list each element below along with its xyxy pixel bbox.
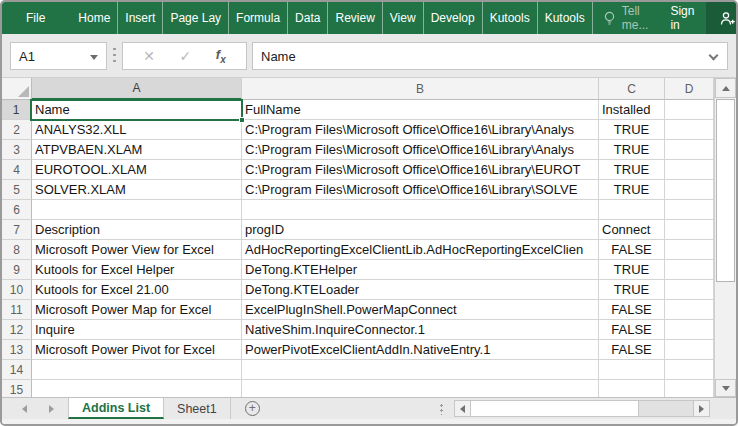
cell-D2[interactable] [665, 120, 714, 140]
sheet-tab-addins-list[interactable]: Addins List [68, 398, 164, 419]
sheet-tab-sheet1[interactable]: Sheet1 [164, 398, 231, 419]
cell-B7[interactable]: progID [242, 220, 599, 240]
cell-D3[interactable] [665, 140, 714, 160]
cell-B11[interactable]: ExcelPlugInShell.PowerMapConnect [242, 300, 599, 320]
cell-A4[interactable]: EUROTOOL.XLAM [32, 160, 242, 180]
cell-A14[interactable] [32, 360, 242, 380]
row-header-5[interactable]: 5 [2, 180, 32, 200]
next-sheet-icon[interactable] [49, 405, 54, 413]
tell-me-button[interactable]: Tell me... [593, 2, 659, 34]
scroll-left-button[interactable] [455, 401, 471, 416]
cell-A9[interactable]: Kutools for Excel Helper [32, 260, 242, 280]
cell-D1[interactable] [665, 100, 714, 120]
row-header-15[interactable]: 15 [2, 380, 32, 397]
ribbon-tab-kutools-2[interactable]: Kutools [538, 2, 593, 34]
row-header-4[interactable]: 4 [2, 160, 32, 180]
vertical-scroll-track[interactable] [715, 283, 736, 379]
cell-A3[interactable]: ATPVBAEN.XLAM [32, 140, 242, 160]
row-header-1[interactable]: 1 [2, 100, 32, 120]
row-header-13[interactable]: 13 [2, 340, 32, 360]
row-header-9[interactable]: 9 [2, 260, 32, 280]
cell-C7[interactable]: Connect [599, 220, 665, 240]
separator-dots-icon[interactable] [113, 46, 116, 66]
cell-B2[interactable]: C:\Program Files\Microsoft Office\Office… [242, 120, 599, 140]
cell-C14[interactable] [599, 360, 665, 380]
select-all-button[interactable] [2, 78, 32, 100]
cell-D8[interactable] [665, 240, 714, 260]
row-header-11[interactable]: 11 [2, 300, 32, 320]
row-header-2[interactable]: 2 [2, 120, 32, 140]
column-header-D[interactable]: D [665, 78, 714, 100]
ribbon-tab-develop[interactable]: Develop [424, 2, 483, 34]
ribbon-tab-formula[interactable]: Formula [229, 2, 288, 34]
cell-D12[interactable] [665, 320, 714, 340]
ribbon-tab-insert[interactable]: Insert [118, 2, 163, 34]
cell-C8[interactable]: FALSE [599, 240, 665, 260]
cell-D7[interactable] [665, 220, 714, 240]
cell-B6[interactable] [242, 200, 599, 220]
cell-C13[interactable]: FALSE [599, 340, 665, 360]
ribbon-tab-page-lay[interactable]: Page Lay [163, 2, 229, 34]
cell-B10[interactable]: DeTong.KTELoader [242, 280, 599, 300]
cell-D4[interactable] [665, 160, 714, 180]
insert-function-icon[interactable]: fx [216, 47, 226, 65]
cell-D15[interactable] [665, 380, 714, 397]
sign-in-button[interactable]: Sign in [658, 2, 706, 34]
cell-A10[interactable]: Kutools for Excel 21.00 [32, 280, 242, 300]
cell-C6[interactable] [599, 200, 665, 220]
ribbon-tab-view[interactable]: View [383, 2, 424, 34]
scroll-down-button[interactable] [715, 379, 736, 397]
vertical-scrollbar[interactable] [714, 78, 736, 397]
column-header-B[interactable]: B [242, 78, 599, 100]
ribbon-tab-home[interactable]: Home [71, 2, 118, 34]
cell-D13[interactable] [665, 340, 714, 360]
cell-C1[interactable]: Installed [599, 100, 665, 120]
row-header-6[interactable]: 6 [2, 200, 32, 220]
cell-A8[interactable]: Microsoft Power View for Excel [32, 240, 242, 260]
new-sheet-button[interactable]: + [245, 398, 260, 419]
cell-A5[interactable]: SOLVER.XLAM [32, 180, 242, 200]
cell-A1[interactable]: Name [32, 100, 242, 120]
cell-A13[interactable]: Microsoft Power Pivot for Excel [32, 340, 242, 360]
vertical-scroll-thumb[interactable] [716, 99, 735, 282]
cell-A6[interactable] [32, 200, 242, 220]
row-header-7[interactable]: 7 [2, 220, 32, 240]
enter-icon[interactable]: ✓ [180, 48, 192, 64]
prev-sheet-icon[interactable] [22, 405, 27, 413]
row-header-14[interactable]: 14 [2, 360, 32, 380]
cell-C3[interactable]: TRUE [599, 140, 665, 160]
scroll-up-button[interactable] [715, 78, 736, 98]
cell-B15[interactable] [242, 380, 599, 397]
row-header-10[interactable]: 10 [2, 280, 32, 300]
cell-D5[interactable] [665, 180, 714, 200]
cell-B8[interactable]: AdHocReportingExcelClientLib.AdHocReport… [242, 240, 599, 260]
cell-D11[interactable] [665, 300, 714, 320]
name-box-dropdown-icon[interactable] [90, 55, 98, 60]
cell-A15[interactable] [32, 380, 242, 397]
cell-B3[interactable]: C:\Program Files\Microsoft Office\Office… [242, 140, 599, 160]
row-header-12[interactable]: 12 [2, 320, 32, 340]
cell-D9[interactable] [665, 260, 714, 280]
ribbon-tab-data[interactable]: Data [288, 2, 328, 34]
cell-B13[interactable]: PowerPivotExcelClientAddIn.NativeEntry.1 [242, 340, 599, 360]
cell-B5[interactable]: C:\Program Files\Microsoft Office\Office… [242, 180, 599, 200]
row-header-3[interactable]: 3 [2, 140, 32, 160]
cell-A7[interactable]: Description [32, 220, 242, 240]
horizontal-scrollbar[interactable] [454, 400, 710, 417]
ribbon-tab-file[interactable]: File [16, 2, 55, 34]
tab-splitter-dots-icon[interactable] [440, 403, 443, 415]
ribbon-tab-kutools[interactable]: Kutools [483, 2, 538, 34]
cancel-icon[interactable]: ✕ [143, 48, 155, 64]
cell-C9[interactable]: TRUE [599, 260, 665, 280]
column-header-A[interactable]: A [32, 78, 242, 100]
cell-C11[interactable]: FALSE [599, 300, 665, 320]
formula-bar-expand-icon[interactable] [709, 51, 719, 61]
cell-C4[interactable]: TRUE [599, 160, 665, 180]
cell-A11[interactable]: Microsoft Power Map for Excel [32, 300, 242, 320]
row-header-8[interactable]: 8 [2, 240, 32, 260]
share-button[interactable]: Share [706, 2, 738, 34]
cell-C5[interactable]: TRUE [599, 180, 665, 200]
cell-C2[interactable]: TRUE [599, 120, 665, 140]
name-box[interactable]: A1 [10, 42, 107, 70]
column-header-C[interactable]: C [599, 78, 665, 100]
